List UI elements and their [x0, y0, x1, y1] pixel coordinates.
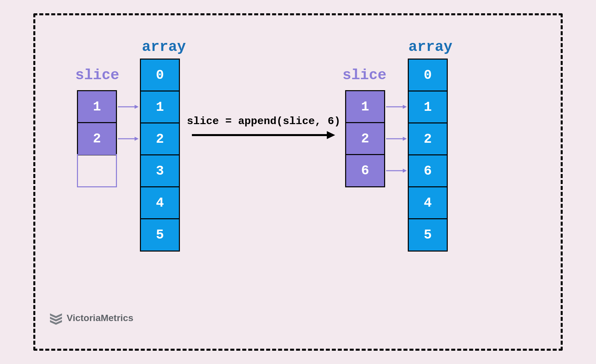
logo-icon: [49, 311, 63, 325]
arrow-icon: [118, 104, 139, 110]
arrow-icon: [386, 136, 407, 142]
svg-marker-9: [403, 137, 407, 141]
svg-marker-5: [327, 131, 335, 139]
array-left-2: 2: [140, 122, 180, 156]
array-right-0: 0: [408, 59, 448, 92]
dashed-frame: slice array 1 2 0 1 2 3 4 5 slice = appe…: [33, 13, 563, 351]
slice-label-right: slice: [342, 67, 386, 84]
array-left-5: 5: [140, 218, 180, 252]
array-right-5: 5: [408, 218, 448, 252]
array-left-3: 3: [140, 154, 180, 188]
array-right-3: 6: [408, 154, 448, 188]
svg-marker-7: [403, 105, 407, 109]
array-left-1: 1: [140, 91, 180, 124]
slice-left-1: 2: [77, 122, 117, 155]
svg-marker-1: [135, 105, 139, 109]
code-expression: slice = append(slice, 6): [187, 115, 340, 127]
slice-left-0: 1: [77, 90, 117, 123]
arrow-icon: [192, 130, 335, 140]
array-right-4: 4: [408, 186, 448, 220]
array-right-2: 2: [408, 122, 448, 156]
array-left-0: 0: [140, 59, 180, 92]
svg-marker-11: [403, 169, 407, 173]
slice-right-2: 6: [345, 154, 385, 187]
logo-text: VictoriaMetrics: [67, 313, 133, 323]
arrow-icon: [386, 168, 407, 174]
array-label-left: array: [142, 39, 186, 55]
array-right-1: 1: [408, 91, 448, 124]
array-label-right: array: [408, 39, 452, 55]
slice-label-left: slice: [75, 67, 119, 84]
diagram-canvas: slice array 1 2 0 1 2 3 4 5 slice = appe…: [35, 15, 561, 349]
slice-right-1: 2: [345, 122, 385, 155]
svg-marker-3: [135, 137, 139, 141]
arrow-icon: [118, 136, 139, 142]
array-left-4: 4: [140, 186, 180, 220]
slice-left-empty: [77, 154, 117, 187]
arrow-icon: [386, 104, 407, 110]
slice-right-0: 1: [345, 90, 385, 123]
logo: VictoriaMetrics: [49, 311, 133, 325]
